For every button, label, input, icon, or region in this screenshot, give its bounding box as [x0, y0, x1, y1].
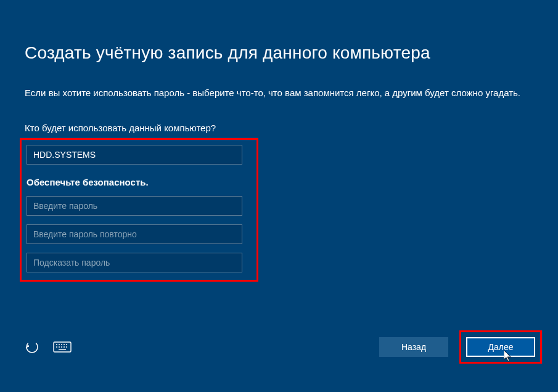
- password-input[interactable]: [27, 196, 242, 216]
- security-section-label: Обеспечьте безопасность.: [27, 177, 252, 187]
- keyboard-icon[interactable]: [53, 341, 72, 353]
- page-description: Если вы хотите использовать пароль - выб…: [25, 86, 530, 100]
- form-highlight-box: Обеспечьте безопасность.: [20, 138, 258, 282]
- username-section-label: Кто будет использовать данный компьютер?: [25, 123, 533, 133]
- back-button[interactable]: Назад: [379, 337, 448, 357]
- password-hint-input[interactable]: [27, 253, 242, 272]
- next-button-highlight: Далее: [459, 330, 542, 364]
- page-title: Создать учётную запись для данного компь…: [25, 43, 533, 63]
- username-input[interactable]: [27, 145, 242, 165]
- next-button[interactable]: Далее: [466, 337, 535, 357]
- password-confirm-input[interactable]: [27, 224, 242, 244]
- ease-of-access-icon[interactable]: [25, 340, 39, 354]
